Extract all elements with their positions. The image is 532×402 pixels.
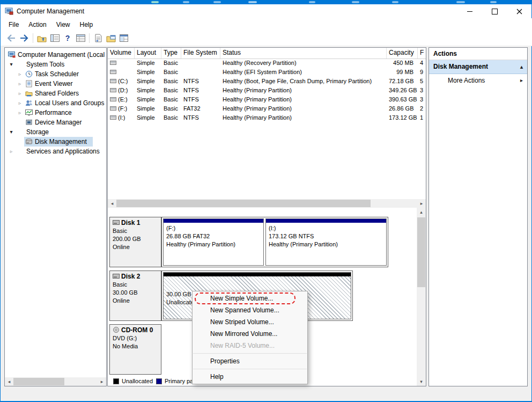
chevron-down-icon[interactable]: ▾: [8, 127, 14, 137]
scroll-right-button[interactable]: ▸: [98, 377, 106, 386]
chevron-right-icon[interactable]: ▹: [8, 147, 14, 156]
volume-list-hscrollbar[interactable]: ◂ ▸: [108, 199, 426, 208]
menu-item-help[interactable]: Help: [75, 19, 98, 31]
chevron-right-icon[interactable]: ▹: [17, 89, 23, 98]
folder-up-button[interactable]: [35, 32, 48, 44]
tree-hscrollbar[interactable]: ◂ ▸: [5, 377, 106, 386]
table-row[interactable]: (C:) Simple Basic NTFS Healthy (Boot, Pa…: [108, 77, 426, 86]
menu-item-view[interactable]: View: [51, 19, 75, 31]
menu-item-help[interactable]: Help: [193, 371, 307, 383]
partition-title: (I:): [269, 224, 383, 232]
chevron-right-icon[interactable]: ▸: [520, 74, 523, 87]
tree-item-services-and-applications[interactable]: ▹ Services and Applications: [5, 147, 106, 156]
column-header-volume[interactable]: Volume: [108, 48, 135, 59]
column-header-capacity[interactable]: Capacity: [387, 48, 418, 59]
folder-window-icon: [106, 34, 116, 42]
disk-status: Online: [113, 243, 158, 251]
menu-item-properties[interactable]: Properties: [193, 355, 307, 367]
tree-item-event-viewer[interactable]: ▹ Event Viewer: [5, 79, 106, 89]
list-view-button[interactable]: [74, 32, 87, 44]
device-manager-icon: [25, 119, 33, 126]
column-header-free[interactable]: F: [418, 48, 426, 59]
column-header-type[interactable]: Type: [161, 48, 181, 59]
scroll-up-button[interactable]: ▴: [417, 208, 426, 216]
partition-i[interactable]: (I:) 173.12 GB NTFS Healthy (Primary Par…: [265, 218, 387, 266]
disk1-header[interactable]: Disk 1 Basic 200.00 GB Online: [109, 217, 161, 267]
volume-icon: [110, 69, 116, 75]
volume-icon: [110, 106, 116, 111]
table-row[interactable]: Simple Basic Healthy (Recovery Partition…: [108, 59, 426, 68]
window-controls: [457, 4, 531, 18]
tree-item-device-manager[interactable]: Device Manager: [5, 118, 106, 127]
menu-item-new-mirrored-volume[interactable]: New Mirrored Volume...: [193, 328, 307, 340]
tree-item-disk-management[interactable]: Disk Management: [5, 137, 106, 147]
tree-item-shared-folders[interactable]: ▹ Shared Folders: [5, 89, 106, 98]
scroll-right-button[interactable]: ▸: [417, 199, 426, 208]
views-button[interactable]: [117, 32, 130, 44]
maximize-button[interactable]: [482, 4, 507, 18]
table-row[interactable]: Simple Basic Healthy (EFI System Partiti…: [108, 68, 426, 77]
disk1-partitions: (F:) 26.88 GB FAT32 Healthy (Primary Par…: [161, 217, 388, 267]
chevron-down-icon[interactable]: ▾: [8, 60, 14, 69]
action-section-disk-management[interactable]: Disk Management ▴: [429, 60, 527, 74]
chevron-right-icon[interactable]: ▹: [17, 79, 23, 89]
cdrom-header[interactable]: CD-ROM 0 DVD (G:) No Media: [109, 324, 161, 375]
folder-up-icon: [37, 34, 47, 42]
tree-item-storage[interactable]: ▾ Storage: [5, 127, 106, 137]
table-row[interactable]: (D:) Simple Basic NTFS Healthy (Primary …: [108, 86, 426, 95]
disk-name: Disk 2: [121, 273, 140, 280]
menu-item-new-simple-volume[interactable]: New Simple Volume...: [193, 293, 307, 304]
minimize-button[interactable]: [457, 4, 482, 18]
export-list-button[interactable]: [92, 32, 105, 44]
users-icon: [25, 99, 33, 107]
column-header-file-system[interactable]: File System: [181, 48, 220, 59]
partition-health: Healthy (Primary Partition): [166, 240, 261, 248]
disk-size: 200.00 GB: [113, 235, 158, 243]
scroll-thumb[interactable]: [116, 200, 371, 207]
forward-button[interactable]: [18, 32, 31, 44]
scroll-left-button[interactable]: ◂: [108, 199, 116, 208]
menu-item-action[interactable]: Action: [24, 19, 51, 31]
chevron-right-icon[interactable]: ▹: [17, 98, 23, 108]
close-button[interactable]: [507, 4, 531, 18]
disk-view-vscrollbar[interactable]: ▴ ▾: [417, 208, 426, 386]
disk-drive-icon: [113, 273, 120, 279]
scroll-thumb[interactable]: [417, 217, 425, 287]
volume-icon: [110, 97, 116, 102]
table-row[interactable]: (F:) Simple Basic FAT32 Healthy (Primary…: [108, 104, 426, 113]
tree-item-label: Storage: [26, 127, 49, 137]
folder-window-button[interactable]: [105, 32, 117, 44]
menu-item-new-striped-volume[interactable]: New Striped Volume...: [193, 316, 307, 328]
action-more-actions[interactable]: More Actions ▸: [429, 74, 527, 87]
chevron-right-icon[interactable]: ▹: [17, 108, 23, 118]
tree-item-task-scheduler[interactable]: ▹ Task Scheduler: [5, 69, 106, 79]
tree-item-system-tools[interactable]: ▾ System Tools: [5, 60, 106, 69]
tree-item-label: Local Users and Groups: [35, 98, 104, 108]
table-row[interactable]: (I:) Simple Basic NTFS Healthy (Primary …: [108, 113, 426, 122]
partition-f[interactable]: (F:) 26.88 GB FAT32 Healthy (Primary Par…: [163, 218, 264, 266]
disk2-header[interactable]: Disk 2 Basic 30.00 GB Online: [109, 271, 161, 321]
menu-item-new-spanned-volume[interactable]: New Spanned Volume...: [193, 304, 307, 316]
event-log-icon: [25, 80, 33, 87]
table-row[interactable]: (E:) Simple Basic NTFS Healthy (Primary …: [108, 95, 426, 104]
volume-icon: [110, 78, 116, 84]
tree-item-computer-management[interactable]: Computer Management (Local: [5, 50, 106, 60]
tree-item-performance[interactable]: ▹ Performance: [5, 108, 106, 118]
chevron-right-icon[interactable]: ▹: [17, 69, 23, 79]
column-header-layout[interactable]: Layout: [135, 48, 161, 59]
titlebar: Computer Management: [1, 4, 531, 18]
scroll-down-button[interactable]: ▾: [417, 377, 426, 386]
back-button[interactable]: [5, 32, 18, 44]
column-header-status[interactable]: Status: [220, 48, 387, 59]
actions-panel: Actions Disk Management ▴ More Actions ▸: [428, 47, 528, 386]
chevron-up-icon[interactable]: ▴: [520, 60, 523, 74]
scroll-thumb[interactable]: [13, 378, 64, 385]
background-icon-fragment: [309, 1, 315, 3]
help-button[interactable]: ?: [61, 32, 74, 44]
scroll-left-button[interactable]: ◂: [5, 377, 13, 386]
menu-item-file[interactable]: File: [4, 19, 24, 31]
tree-item-local-users-and-groups[interactable]: ▹ Local Users and Groups: [5, 98, 106, 108]
background-icon-fragment: [490, 1, 497, 3]
tree-view-button[interactable]: [48, 32, 61, 44]
volume-icon: [110, 87, 116, 93]
